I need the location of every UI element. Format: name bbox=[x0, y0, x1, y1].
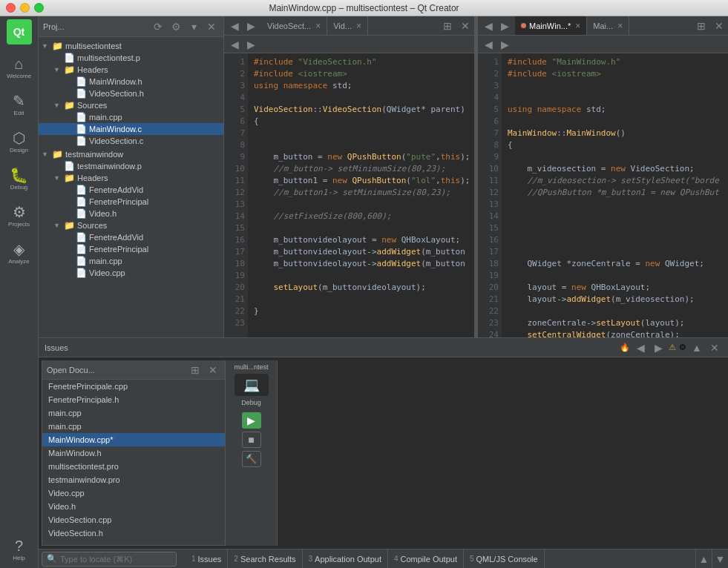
videosection-cpp-icon: 📄 bbox=[76, 136, 87, 146]
tree-item-testpro[interactable]: 📄 testmainwindow.p bbox=[39, 160, 223, 172]
status-tab-search[interactable]: 2 Search Results bbox=[228, 549, 302, 569]
testpro-label: testmainwindow.p bbox=[77, 162, 142, 171]
open-docs-new[interactable]: ⊞ bbox=[188, 363, 203, 377]
close-button[interactable] bbox=[6, 3, 16, 13]
tab-mai-close[interactable]: × bbox=[617, 21, 623, 31]
tree-item-root[interactable]: ▼ 📁 multisectiontest bbox=[39, 40, 223, 52]
tree-item-video-h[interactable]: 📄 Video.h bbox=[39, 208, 223, 219]
tree-item-testproject[interactable]: ▼ 📁 testmainwindow bbox=[39, 148, 223, 160]
tab-mai[interactable]: Mai... × bbox=[587, 16, 629, 36]
fwd-btn-left[interactable]: ▶ bbox=[243, 37, 258, 52]
tab-vid-close[interactable]: × bbox=[356, 21, 361, 31]
sidebar-filter-button[interactable]: ⚙ bbox=[168, 19, 183, 34]
status-tab-qml[interactable]: 5 QML/JS Console bbox=[464, 549, 545, 569]
nav-back-right[interactable]: ◀ bbox=[481, 19, 496, 33]
debug-play-button[interactable]: ▶ bbox=[242, 412, 261, 429]
sidebar-item-edit[interactable]: ✎ Edit bbox=[2, 87, 36, 122]
issues-expand[interactable]: ▲ bbox=[689, 340, 704, 355]
nav-back-left[interactable]: ◀ bbox=[227, 19, 242, 33]
open-docs-header: Open Docu... ⊞ ✕ bbox=[42, 360, 225, 380]
doc-multisectiontest-pro[interactable]: multisectiontest.pro bbox=[42, 460, 225, 473]
code-text-right[interactable]: #include "MainWindow.h" #include <iostre… bbox=[502, 53, 728, 337]
editor-right-close[interactable]: ✕ bbox=[712, 19, 727, 33]
tab-vid[interactable]: Vid... × bbox=[327, 16, 368, 36]
tree-item-pro-file[interactable]: 📄 multisectiontest.p bbox=[39, 52, 223, 64]
sidebar-close-button[interactable]: ✕ bbox=[204, 19, 219, 34]
tab-videosect[interactable]: VideoSect... × bbox=[261, 16, 327, 36]
qt-logo[interactable]: Qt bbox=[7, 19, 32, 44]
back-btn-left[interactable]: ◀ bbox=[227, 37, 242, 52]
folder-icon: 📁 bbox=[52, 41, 63, 51]
issues-next[interactable]: ▶ bbox=[651, 340, 666, 355]
tree-item-fenetreprin[interactable]: 📄 FenetrePrincipal bbox=[39, 196, 223, 208]
locate-search-box[interactable]: 🔍 bbox=[42, 552, 177, 567]
nav-fwd-left[interactable]: ▶ bbox=[243, 19, 258, 33]
maximize-button[interactable] bbox=[34, 3, 44, 13]
video-cpp-icon: 📄 bbox=[76, 268, 87, 278]
editor-right-toolbar: ◀ ▶ bbox=[478, 36, 728, 53]
tree-item-sources1[interactable]: ▼ 📁 Sources bbox=[39, 99, 223, 111]
sidebar-item-debug[interactable]: 🐛 Debug bbox=[2, 162, 36, 196]
tab-videosect-close[interactable]: × bbox=[315, 21, 321, 31]
tab-mainwindow-cpp[interactable]: MainWin...* × bbox=[515, 16, 587, 36]
doc-video-cpp[interactable]: Video.cpp bbox=[42, 486, 225, 500]
sidebar-sync-button[interactable]: ⟳ bbox=[151, 19, 165, 34]
tree-item-mainwindow-cpp[interactable]: 📄 MainWindow.c bbox=[39, 123, 223, 135]
statusbar-scroll-up[interactable]: ▲ bbox=[695, 549, 712, 569]
doc-videosection-h[interactable]: VideoSection.h bbox=[42, 526, 225, 540]
tree-item-fenetreadd[interactable]: 📄 FenetreAddVid bbox=[39, 184, 223, 196]
design-label: Design bbox=[10, 147, 28, 153]
tree-item-fenetreadd2[interactable]: 📄 FenetreAddVid bbox=[39, 231, 223, 243]
tree-item-headers1[interactable]: ▼ 📁 Headers bbox=[39, 64, 223, 76]
fwd-btn-right[interactable]: ▶ bbox=[497, 37, 512, 52]
code-text-left[interactable]: #include "VideoSection.h" #include <iost… bbox=[248, 53, 474, 337]
nav-fwd-right[interactable]: ▶ bbox=[497, 19, 512, 33]
status-tab-compile[interactable]: 4 Compile Output bbox=[388, 549, 464, 569]
videosection-h-label: VideoSection.h bbox=[89, 89, 144, 98]
sidebar-more-button[interactable]: ▾ bbox=[186, 19, 201, 34]
tree-item-video-cpp[interactable]: 📄 Video.cpp bbox=[39, 267, 223, 279]
editor-left-split[interactable]: ⊞ bbox=[440, 19, 455, 33]
tab-mainwindow-close[interactable]: × bbox=[575, 21, 580, 31]
sidebar-item-design[interactable]: ⬡ Design bbox=[2, 125, 36, 159]
app-body: Qt ⌂ Welcome ✎ Edit ⬡ Design 🐛 Debug ⚙ P… bbox=[0, 16, 728, 568]
open-docs-close[interactable]: ✕ bbox=[206, 363, 220, 377]
editor-right-split[interactable]: ⊞ bbox=[694, 19, 709, 33]
doc-mainwindow-h[interactable]: MainWindow.h bbox=[42, 446, 225, 460]
debug-stop-button[interactable]: ■ bbox=[242, 432, 261, 448]
doc-fenetreprincipale-cpp[interactable]: FenetrePrincipale.cpp bbox=[42, 380, 225, 393]
debug-hammer-button[interactable]: 🔨 bbox=[242, 451, 261, 467]
tree-item-videosection-h[interactable]: 📄 VideoSection.h bbox=[39, 87, 223, 99]
sidebar-item-analyze[interactable]: ◈ Analyze bbox=[2, 236, 36, 270]
tree-item-headers2[interactable]: ▼ 📁 Headers bbox=[39, 172, 223, 184]
status-tab-issues[interactable]: 1 Issues bbox=[186, 549, 228, 569]
issues-close[interactable]: ✕ bbox=[707, 340, 722, 355]
issues-prev[interactable]: ◀ bbox=[633, 340, 648, 355]
editor-left-close[interactable]: ✕ bbox=[458, 19, 473, 33]
doc-main-cpp1[interactable]: main.cpp bbox=[42, 406, 225, 420]
tree-item-main-cpp2[interactable]: 📄 main.cpp bbox=[39, 255, 223, 267]
tree-item-sources2[interactable]: ▼ 📁 Sources bbox=[39, 219, 223, 231]
doc-mainwindow-cpp[interactable]: MainWindow.cpp* bbox=[42, 433, 225, 446]
statusbar-scroll-down[interactable]: ▼ bbox=[712, 549, 728, 569]
back-btn-right[interactable]: ◀ bbox=[481, 37, 496, 52]
sidebar-item-welcome[interactable]: ⌂ Welcome bbox=[2, 50, 36, 85]
sidebar-item-projects[interactable]: ⚙ Projects bbox=[2, 199, 36, 233]
tree-item-videosection-cpp[interactable]: 📄 VideoSection.c bbox=[39, 135, 223, 147]
tree-item-fenetreprin2[interactable]: 📄 FenetrePrincipal bbox=[39, 243, 223, 255]
doc-testmainwindow-pro[interactable]: testmainwindow.pro bbox=[42, 473, 225, 486]
doc-video-h[interactable]: Video.h bbox=[42, 500, 225, 513]
code-editor-left[interactable]: 1234567891011121314151617181920212223 #i… bbox=[224, 53, 474, 337]
tree-item-main-cpp1[interactable]: 📄 main.cpp bbox=[39, 111, 223, 123]
doc-videosection-cpp[interactable]: VideoSection.cpp bbox=[42, 513, 225, 526]
tree-item-mainwindow-h[interactable]: 📄 MainWindow.h bbox=[39, 76, 223, 87]
expand-arrow: ▼ bbox=[53, 174, 64, 182]
minimize-button[interactable] bbox=[20, 3, 30, 13]
sidebar-item-help[interactable]: ? Help bbox=[2, 532, 36, 567]
status-tab-appoutput[interactable]: 3 Application Output bbox=[303, 549, 388, 569]
main-cpp1-label: main.cpp bbox=[89, 113, 122, 122]
doc-main-cpp2[interactable]: main.cpp bbox=[42, 420, 225, 433]
doc-fenetreprincipale-h[interactable]: FenetrePrincipale.h bbox=[42, 393, 225, 406]
code-editor-right[interactable]: 1234567891011121314151617181920212223242… bbox=[478, 53, 728, 337]
locate-input[interactable] bbox=[60, 555, 171, 564]
